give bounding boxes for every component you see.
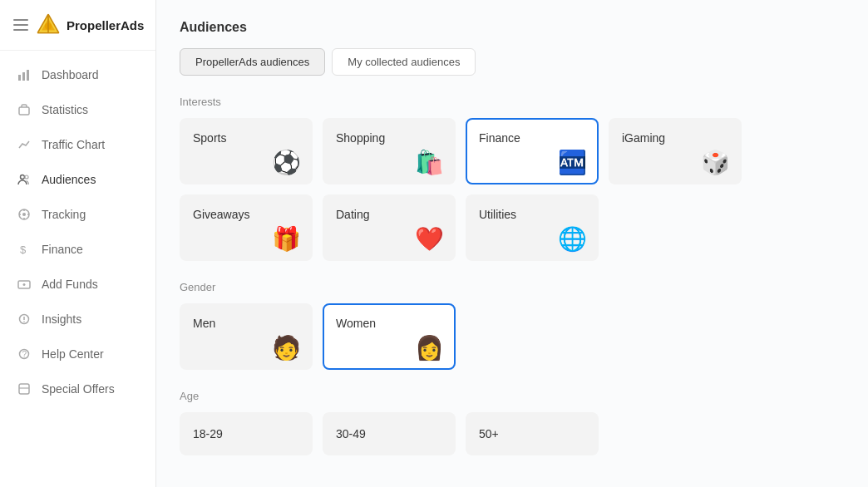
shopping-label: Shopping [336,131,385,145]
page-title: Audiences [180,20,845,35]
insights-icon [17,312,32,327]
tracking-icon [17,207,32,222]
sidebar-item-insights-label: Insights [42,312,81,326]
interest-card-sports[interactable]: Sports ⚽ [180,118,313,184]
sidebar-item-dashboard-label: Dashboard [42,68,99,81]
sidebar-item-traffic-chart-label: Traffic Chart [42,138,105,151]
svg-rect-10 [19,107,29,115]
svg-rect-8 [22,72,25,81]
logo-wrapper: PropellerAds [35,12,144,38]
men-label: Men [193,317,215,330]
dollar-icon: $ [17,242,32,257]
main-content: Audiences PropellerAds audiences My coll… [156,0,868,487]
sidebar-item-audiences-label: Audiences [42,173,96,186]
sidebar-nav: Dashboard Statistics Traffic Chart Audie… [0,51,155,487]
svg-rect-28 [19,384,29,394]
svg-point-11 [21,175,25,180]
sidebar-item-tracking-label: Tracking [42,208,86,221]
interests-label: Interests [180,96,845,108]
tab-buttons: PropellerAds audiences My collected audi… [180,48,845,76]
sidebar-item-traffic-chart[interactable]: Traffic Chart [0,127,155,162]
gender-grid: Men 🧑 Women 👩 [180,303,845,370]
app-name: PropellerAds [67,18,144,32]
interests-grid: Sports ⚽ Shopping 🛍️ Finance 🏧 iGaming 🎲… [180,118,845,261]
age-label-30-49: 30-49 [336,427,366,440]
age-label-50plus: 50+ [479,427,499,440]
bar-chart-icon [17,67,32,82]
people-icon [17,172,32,187]
utilities-emoji: 🌐 [558,228,587,251]
sports-emoji: ⚽ [272,151,301,175]
svg-rect-9 [27,70,29,81]
svg-point-25 [23,321,25,322]
sidebar-item-dashboard[interactable]: Dashboard [0,57,155,92]
tab-my-audiences[interactable]: My collected audiences [332,48,476,76]
logo-icon [35,12,62,38]
help-icon: ? [17,347,32,362]
svg-point-12 [25,175,28,179]
age-card-30-49[interactable]: 30-49 [323,412,456,455]
tab-propeller-audiences[interactable]: PropellerAds audiences [180,48,325,76]
add-funds-icon [17,277,32,292]
sidebar-item-insights[interactable]: Insights [0,302,155,337]
chart-icon [17,137,32,152]
interest-card-giveaways[interactable]: Giveaways 🎁 [180,194,313,261]
sidebar-header: PropellerAds [0,0,155,51]
age-grid: 18-29 30-49 50+ [180,412,845,455]
gender-card-women[interactable]: Women 👩 [323,303,456,370]
interest-card-utilities[interactable]: Utilities 🌐 [466,194,599,261]
dating-label: Dating [336,208,369,221]
sidebar-item-add-funds-label: Add Funds [42,278,98,291]
igaming-emoji: 🎲 [701,151,730,175]
special-icon [17,381,32,396]
svg-text:$: $ [20,244,27,256]
sidebar-item-help-center-label: Help Center [42,347,104,361]
svg-text:?: ? [22,350,27,359]
finance-emoji: 🏧 [558,151,587,175]
utilities-label: Utilities [479,208,516,221]
svg-point-14 [22,213,26,216]
age-label: Age [180,390,845,402]
women-label: Women [336,317,376,330]
men-emoji: 🧑 [272,337,301,360]
giveaways-label: Giveaways [193,208,249,221]
sidebar-item-finance[interactable]: $ Finance [0,232,155,267]
sidebar: PropellerAds Dashboard Statistics Traffi… [0,0,156,487]
svg-rect-7 [18,75,21,81]
sidebar-item-special-offers[interactable]: Special Offers [0,371,155,406]
sports-label: Sports [193,131,226,145]
dating-emoji: ❤️ [415,228,444,251]
women-emoji: 👩 [415,337,444,360]
age-card-50plus[interactable]: 50+ [466,412,599,455]
interest-card-shopping[interactable]: Shopping 🛍️ [323,118,456,184]
sidebar-item-finance-label: Finance [42,243,83,256]
igaming-label: iGaming [622,131,665,145]
sidebar-item-add-funds[interactable]: Add Funds [0,267,155,302]
gender-card-men[interactable]: Men 🧑 [180,303,313,370]
interest-card-igaming[interactable]: iGaming 🎲 [609,118,742,184]
finance-label: Finance [479,131,520,145]
sidebar-item-special-offers-label: Special Offers [42,382,115,396]
sidebar-item-audiences[interactable]: Audiences [0,162,155,197]
gender-label: Gender [180,281,845,293]
shopping-emoji: 🛍️ [415,151,444,175]
hamburger-icon[interactable] [13,19,28,31]
sidebar-item-statistics-label: Statistics [42,103,88,116]
interest-card-dating[interactable]: Dating ❤️ [323,194,456,261]
age-label-18-29: 18-29 [193,427,223,440]
sidebar-item-help-center[interactable]: ? Help Center [0,337,155,371]
sidebar-item-tracking[interactable]: Tracking [0,197,155,232]
giveaways-emoji: 🎁 [272,228,301,251]
age-card-18-29[interactable]: 18-29 [180,412,313,455]
briefcase-icon [17,102,32,117]
sidebar-item-statistics[interactable]: Statistics [0,92,155,127]
interest-card-finance[interactable]: Finance 🏧 [466,118,599,184]
